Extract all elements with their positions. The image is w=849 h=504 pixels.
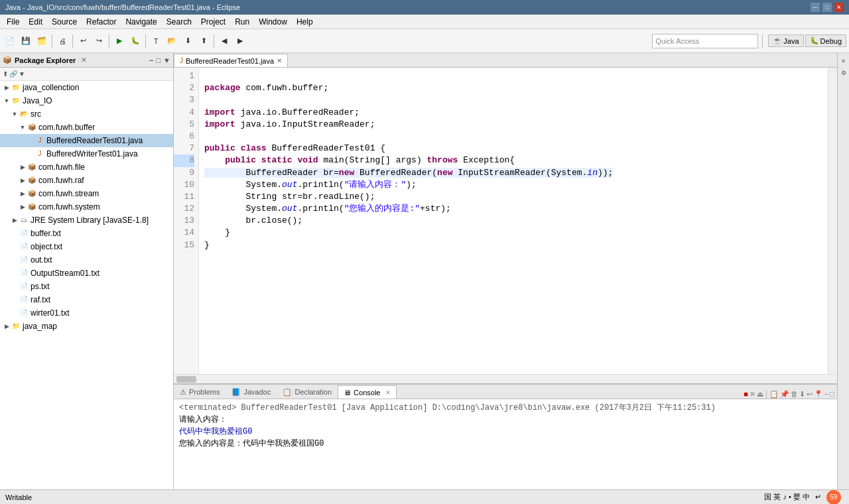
line-numbers: 1 2 3 4 5 6 7 8 9 10 11 12 13 (174, 68, 199, 374)
pe-collapse-icon[interactable]: − (149, 56, 153, 64)
menu-bar: File Edit Source Refactor Navigate Searc… (0, 15, 849, 29)
editor-tab-buffered-reader[interactable]: J BufferedReaderTest01.java ✕ (174, 54, 288, 67)
menu-source[interactable]: Source (48, 16, 81, 28)
tab-declaration-label: Declaration (294, 388, 332, 396)
menu-navigate[interactable]: Navigate (121, 16, 161, 28)
tree-label-outputstream-txt: OutputStream01.txt (31, 267, 99, 279)
tree-arrow-jre: ▶ (11, 214, 19, 226)
editor-tab-close[interactable]: ✕ (277, 57, 282, 64)
pe-collapse-all-icon[interactable]: ⬆ (3, 70, 8, 78)
editor-scrollbar-right[interactable] (828, 68, 837, 374)
toolbar-save[interactable]: 💾 (19, 34, 33, 48)
menu-file[interactable]: File (3, 16, 23, 28)
java-perspective-button[interactable]: ☕ Java (768, 34, 803, 47)
pe-close-icon[interactable]: ✕ (81, 56, 86, 64)
toolbar-open-type[interactable]: T (149, 34, 163, 48)
tab-console[interactable]: 🖥 Console ✕ (338, 385, 397, 399)
quick-access-input[interactable]: Quick Access (652, 34, 758, 48)
tab-declaration[interactable]: 📋 Declaration (277, 385, 338, 399)
notification-badge[interactable]: 59 (826, 490, 841, 505)
tree-item-raf-txt[interactable]: 📄 raf.txt (0, 293, 173, 306)
console-content[interactable]: <terminated> BufferedReaderTest01 [Java … (174, 399, 837, 489)
code-area[interactable]: package com.fuwh.buffer; import java.io.… (199, 68, 828, 374)
tree-item-com-fuwh-system[interactable]: ▶ 📦 com.fuwh.system (0, 200, 173, 214)
pe-menu-icon[interactable]: ▼ (163, 56, 170, 64)
close-button[interactable]: ✕ (834, 3, 844, 12)
console-tab-close[interactable]: ✕ (385, 389, 391, 396)
menu-help[interactable]: Help (293, 16, 317, 28)
tree-item-outputstream-txt[interactable]: 📄 OutputStream01.txt (0, 267, 173, 280)
menu-window[interactable]: Window (255, 16, 291, 28)
menu-project[interactable]: Project (197, 16, 229, 28)
toolbar-new[interactable]: 📄 (3, 34, 17, 48)
pe-link-icon[interactable]: 🔗 (9, 70, 17, 78)
package-explorer: 📦 Package Explorer ✕ − □ ▼ ⬆ 🔗 ▼ ▶ (0, 53, 174, 489)
tree-item-com-fuwh-raf[interactable]: ▶ 📦 com.fuwh.raf (0, 174, 173, 187)
tree-item-buffered-reader[interactable]: J BufferedReaderTest01.java (0, 134, 173, 147)
tree-item-buffered-writer[interactable]: J BufferedWriterTest01.java (0, 147, 173, 160)
tree-item-java-collenction[interactable]: ▶ 📁 java_collenction (0, 81, 173, 94)
tree-item-buffer-txt[interactable]: 📄 buffer.txt (0, 227, 173, 240)
editor-scrollbar-bottom[interactable] (174, 374, 837, 383)
console-terminate-icon[interactable]: ✕ (750, 390, 755, 399)
tree-item-wirter-txt[interactable]: 📄 wirter01.txt (0, 306, 173, 320)
menu-refactor[interactable]: Refactor (82, 16, 120, 28)
toolbar-back[interactable]: ◀ (217, 34, 231, 48)
console-pin-icon[interactable]: 📍 (814, 390, 823, 399)
tab-javadoc[interactable]: 📘 Javadoc (226, 385, 277, 399)
toolbar-redo[interactable]: ↪ (92, 34, 106, 48)
console-stop-icon[interactable]: ■ (744, 390, 748, 398)
console-clear-icon[interactable]: 🗑 (791, 390, 798, 398)
tree-label-src: src (31, 108, 41, 120)
package-icon-file: 📦 (27, 161, 37, 173)
tree-item-com-fuwh-stream[interactable]: ▶ 📦 com.fuwh.stream (0, 187, 173, 200)
tree-label-out-txt: out.txt (31, 254, 52, 266)
tree-item-ps-txt[interactable]: 📄 ps.txt (0, 280, 173, 293)
toolbar-sep4 (145, 34, 146, 48)
menu-run[interactable]: Run (231, 16, 253, 28)
console-disconnect-icon[interactable]: ⏏ (757, 390, 763, 399)
toolbar-save-all[interactable]: 🗂️ (34, 34, 49, 48)
bottom-maximize-icon[interactable]: □ (830, 390, 834, 398)
tree-label-object-txt: object.txt (31, 241, 62, 253)
toolbar-undo[interactable]: ↩ (76, 34, 90, 48)
pe-maximize-icon[interactable]: □ (156, 56, 161, 64)
toolbar-run[interactable]: ▶ (112, 34, 127, 48)
toolbar-next-annotation[interactable]: ⬇ (180, 34, 195, 48)
toolbar-open-resource[interactable]: 📂 (164, 34, 179, 48)
toolbar-debug[interactable]: 🐛 (128, 34, 143, 48)
tree-item-object-txt[interactable]: 📄 object.txt (0, 240, 173, 253)
toolbar-print[interactable]: 🖨 (55, 34, 70, 48)
line-num-9: 9 (174, 167, 194, 179)
tree-item-jre[interactable]: ▶ 🗂 JRE System Library [JavaSE-1.8] (0, 214, 173, 227)
minimize-button[interactable]: ─ (811, 3, 820, 12)
tree-item-java-map[interactable]: ▶ 📁 java_map (0, 320, 173, 333)
side-icon-1[interactable]: ≡ (838, 56, 849, 66)
console-scroll-icon[interactable]: ⬇ (799, 390, 805, 399)
toolbar-prev-annotation[interactable]: ⬆ (196, 34, 211, 48)
tree-item-src[interactable]: ▼ 📂 src (0, 107, 173, 121)
tree-item-out-txt[interactable]: 📄 out.txt (0, 253, 173, 267)
side-icon-2[interactable]: ⚙ (838, 68, 849, 78)
console-paste-icon[interactable]: 📌 (780, 390, 789, 399)
tree-item-com-fuwh-file[interactable]: ▶ 📦 com.fuwh.file (0, 160, 173, 174)
console-copy-icon[interactable]: 📋 (769, 390, 779, 399)
tree-item-java-io[interactable]: ▼ 📁 Java_IO (0, 94, 173, 107)
menu-edit[interactable]: Edit (25, 16, 46, 28)
toolbar-sep3 (109, 34, 109, 48)
tree-label-jre: JRE System Library [JavaSE-1.8] (31, 214, 149, 226)
toolbar-forward[interactable]: ▶ (233, 34, 247, 48)
tree-item-com-fuwh-buffer[interactable]: ▼ 📦 com.fuwh.buffer (0, 121, 173, 134)
pe-expand-icon[interactable]: ▼ (19, 70, 25, 78)
console-wrap-icon[interactable]: ↩ (807, 390, 813, 399)
bottom-minimize-icon[interactable]: − (824, 390, 828, 398)
debug-perspective-button[interactable]: 🐛 Debug (805, 34, 846, 47)
maximize-button[interactable]: □ (822, 3, 832, 12)
line-num-8: 8 (174, 155, 194, 166)
java-file-icon-reader: J (34, 135, 45, 147)
status-arrow: ↵ (815, 493, 821, 501)
menu-search[interactable]: Search (163, 16, 196, 28)
tab-javadoc-label: Javadoc (243, 388, 271, 396)
tab-problems[interactable]: ⚠ Problems (174, 385, 226, 399)
editor-content: 1 2 3 4 5 6 7 8 9 10 11 12 13 (174, 68, 837, 374)
